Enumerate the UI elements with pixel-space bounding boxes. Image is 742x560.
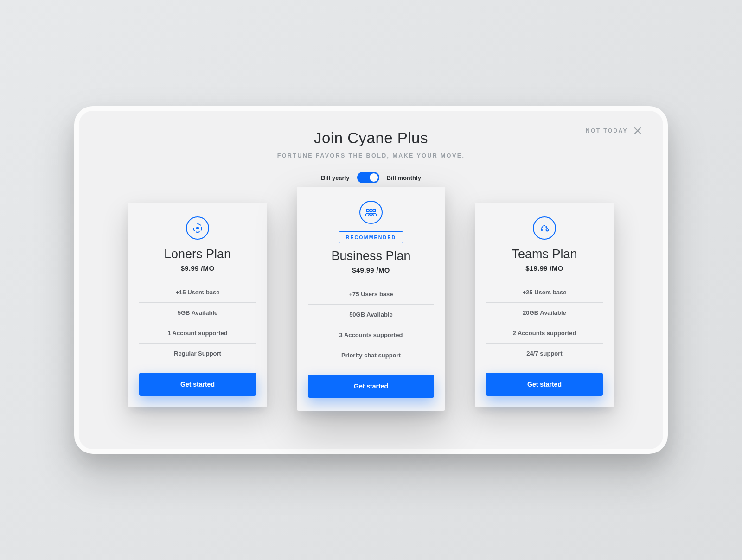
svg-point-2 [370, 209, 372, 212]
pricing-modal: NOT TODAY Join Cyane Plus FORTUNE FAVORS… [74, 106, 668, 454]
plan-feature: Priority chat support [308, 345, 434, 365]
svg-point-3 [373, 209, 376, 212]
plan-feature: +75 Users base [308, 284, 434, 304]
plan-feature: +25 Users base [486, 282, 603, 302]
close-icon [633, 127, 642, 135]
plan-feature: +15 Users base [139, 282, 256, 302]
close-label: NOT TODAY [586, 127, 628, 134]
get-started-button[interactable]: Get started [139, 373, 256, 396]
billing-toggle[interactable] [357, 172, 379, 183]
plan-feature: 24/7 support [486, 343, 603, 363]
page-subtitle: FORTUNE FAVORS THE BOLD, MAKE YOUR MOVE. [107, 153, 635, 159]
recommended-badge: RECOMMENDED [339, 231, 403, 243]
svg-point-0 [196, 227, 199, 229]
get-started-button[interactable]: Get started [308, 375, 434, 398]
bill-monthly-label: Bill monthly [387, 174, 421, 181]
plan-feature: 2 Accounts supported [486, 323, 603, 343]
plan-name: Teams Plan [486, 247, 603, 261]
pricing-cards: Loners Plan $9.99 /MO +15 Users base 5GB… [107, 203, 635, 411]
plan-price: $9.99 /MO [139, 264, 256, 272]
svg-point-1 [366, 209, 369, 212]
plan-feature: 3 Accounts supported [308, 325, 434, 345]
plan-feature: 20GB Available [486, 302, 603, 323]
toggle-knob [370, 173, 378, 182]
target-icon [186, 216, 209, 240]
close-button[interactable]: NOT TODAY [586, 127, 642, 135]
strategy-icon [533, 216, 556, 240]
plan-feature: 1 Account supported [139, 323, 256, 343]
plan-price: $19.99 /MO [486, 264, 603, 272]
plan-features: +15 Users base 5GB Available 1 Account s… [139, 282, 256, 363]
plan-card-teams: Teams Plan $19.99 /MO +25 Users base 20G… [475, 203, 614, 407]
plan-feature: 50GB Available [308, 304, 434, 325]
get-started-button[interactable]: Get started [486, 373, 603, 396]
modal-header: Join Cyane Plus FORTUNE FAVORS THE BOLD,… [107, 129, 635, 159]
plan-card-loners: Loners Plan $9.99 /MO +15 Users base 5GB… [128, 203, 267, 407]
plan-features: +25 Users base 20GB Available 2 Accounts… [486, 282, 603, 363]
page-title: Join Cyane Plus [107, 129, 635, 147]
bill-yearly-label: Bill yearly [321, 174, 349, 181]
billing-toggle-row: Bill yearly Bill monthly [107, 172, 635, 183]
plan-feature: Regular Support [139, 343, 256, 363]
plan-feature: 5GB Available [139, 302, 256, 323]
team-icon [359, 201, 383, 224]
plan-price: $49.99 /MO [308, 266, 434, 274]
plan-name: Business Plan [308, 249, 434, 263]
plan-features: +75 Users base 50GB Available 3 Accounts… [308, 284, 434, 365]
plan-card-business: RECOMMENDED Business Plan $49.99 /MO +75… [297, 187, 445, 411]
plan-name: Loners Plan [139, 247, 256, 261]
